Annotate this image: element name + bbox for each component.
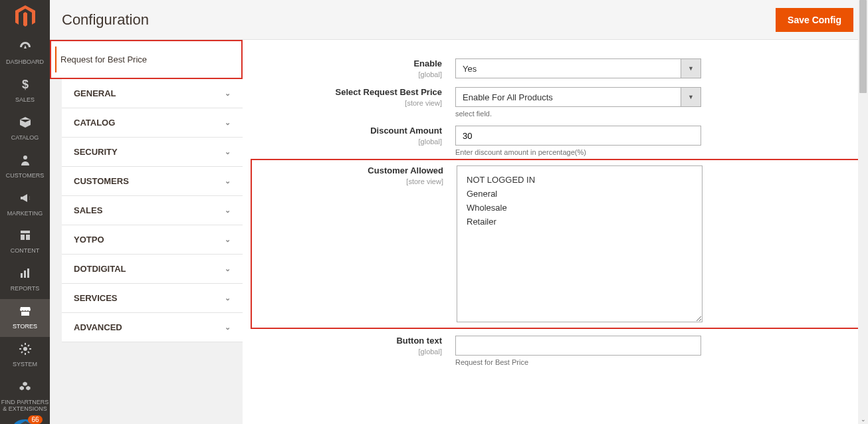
button-text-input[interactable]: [455, 336, 701, 356]
bars-icon: [19, 266, 32, 283]
chevron-down-icon: ⌄: [225, 177, 231, 185]
person-icon: [19, 154, 32, 170]
dashboard-icon: [19, 40, 32, 56]
nav-sales[interactable]: $ SALES: [0, 72, 50, 110]
help-text: Enter discount amount in percentage(%): [455, 148, 701, 156]
svg-rect-6: [24, 270, 26, 278]
nav-label: DASHBOARD: [6, 59, 44, 66]
nav-content[interactable]: CONTENT: [0, 223, 50, 261]
nav-label: CUSTOMERS: [6, 173, 44, 179]
multiselect-option[interactable]: NOT LOGGED IN: [467, 173, 693, 187]
scope-label: [global]: [256, 347, 442, 356]
config-tab-general[interactable]: GENERAL⌄: [62, 79, 243, 108]
scope-label: [store view]: [256, 98, 442, 108]
nav-label: SALES: [15, 97, 35, 104]
config-tab-label: CATALOG: [74, 118, 115, 128]
config-tab-label: YOTPO: [74, 235, 104, 245]
chevron-down-icon: ⌄: [225, 235, 231, 244]
chevron-down-icon: ⌄: [225, 118, 231, 127]
chevron-down-icon: ⌄: [225, 89, 231, 98]
config-tab-customers[interactable]: CUSTOMERS⌄: [62, 167, 243, 196]
svg-point-8: [23, 347, 27, 351]
boxes-icon: [19, 380, 32, 397]
help-text: select field.: [455, 110, 701, 118]
config-tab-request-best-price[interactable]: Request for Best Price: [50, 40, 243, 79]
nav-stores[interactable]: STORES: [0, 299, 50, 337]
dropdown-arrow-icon[interactable]: ▼: [681, 58, 701, 78]
config-tab-label: ADVANCED: [74, 322, 122, 332]
multiselect-option[interactable]: Wholesale: [467, 201, 693, 215]
select-value: Yes: [455, 58, 681, 78]
svg-rect-7: [27, 268, 29, 278]
select-request-select[interactable]: Enable For All Products ▼: [455, 87, 701, 107]
chevron-down-icon: ⌄: [225, 323, 231, 332]
svg-text:$: $: [21, 78, 28, 91]
nav-reports[interactable]: REPORTS: [0, 261, 50, 299]
nav-catalog[interactable]: CATALOG: [0, 110, 50, 148]
button-text-label: Button text [global]: [256, 336, 455, 366]
nav-customers[interactable]: CUSTOMERS: [0, 148, 50, 186]
help-badge: 66: [28, 415, 42, 424]
config-tab-security[interactable]: SECURITY⌄: [62, 138, 243, 167]
scrollbar-track[interactable]: ⌄: [858, 0, 868, 424]
dollar-icon: $: [19, 78, 32, 94]
chevron-down-icon: ⌄: [225, 148, 231, 156]
nav-label: SYSTEM: [13, 362, 37, 368]
page-header: Configuration Save Config: [50, 0, 868, 40]
config-tab-advanced[interactable]: ADVANCED⌄: [62, 313, 243, 342]
scope-label: [global]: [256, 70, 442, 79]
svg-rect-3: [21, 235, 25, 240]
config-tab-services[interactable]: SERVICES⌄: [62, 284, 243, 313]
page-title: Configuration: [62, 11, 149, 29]
config-tab-label: DOTDIGITAL: [74, 264, 126, 274]
config-tab-label: SERVICES: [74, 293, 118, 303]
multiselect-option[interactable]: General: [467, 187, 693, 201]
admin-nav-sidebar: DASHBOARD $ SALES CATALOG CUSTOMERS MARK…: [0, 0, 50, 424]
chevron-down-icon: ⌄: [225, 206, 231, 215]
form-area: Enable [global] Yes ▼ Select Request Bes…: [243, 40, 868, 424]
multiselect-option[interactable]: Retailer: [467, 215, 693, 229]
nav-label: CONTENT: [11, 248, 40, 255]
megaphone-icon: [19, 191, 32, 208]
select-value: Enable For All Products: [455, 87, 681, 107]
config-tab-label: CUSTOMERS: [74, 176, 129, 186]
dropdown-arrow-icon[interactable]: ▼: [681, 87, 701, 107]
enable-label: Enable [global]: [256, 58, 455, 79]
config-tab-label: SECURITY: [74, 147, 118, 157]
box-icon: [19, 116, 32, 132]
scrollbar-thumb[interactable]: [859, 0, 867, 93]
svg-rect-2: [21, 231, 30, 233]
config-tab-catalog[interactable]: CATALOG⌄: [62, 108, 243, 138]
nav-dashboard[interactable]: DASHBOARD: [0, 35, 50, 72]
scope-label: [store view]: [257, 177, 443, 186]
nav-label: CATALOG: [11, 135, 39, 142]
scroll-down-icon[interactable]: ⌄: [858, 414, 868, 424]
config-tab-label: SALES: [74, 205, 102, 215]
config-tab-sales[interactable]: SALES⌄: [62, 196, 243, 225]
discount-input[interactable]: [455, 126, 701, 146]
nav-partners[interactable]: FIND PARTNERS & EXTENSIONS: [0, 375, 50, 419]
enable-select[interactable]: Yes ▼: [455, 58, 701, 78]
scope-label: [global]: [256, 137, 442, 146]
nav-system[interactable]: SYSTEM: [0, 337, 50, 375]
storefront-icon: [19, 304, 32, 321]
select-request-label: Select Request Best Price [store view]: [256, 87, 455, 118]
config-tab-yotpo[interactable]: YOTPO⌄: [62, 225, 243, 255]
config-tab-dotdigital[interactable]: DOTDIGITAL⌄: [62, 255, 243, 284]
help-text: Request for Best Price: [455, 358, 701, 366]
nav-label: MARKETING: [7, 211, 43, 217]
config-sidebar: Request for Best Price GENERAL⌄ CATALOG⌄…: [50, 40, 243, 424]
customer-allowed-multiselect[interactable]: NOT LOGGED IN General Wholesale Retailer: [457, 165, 703, 322]
nav-label: FIND PARTNERS & EXTENSIONS: [0, 399, 50, 413]
main-area: Configuration Save Config Request for Be…: [50, 0, 868, 424]
help-button[interactable]: 🎓 66: [13, 419, 37, 424]
save-config-button[interactable]: Save Config: [776, 8, 853, 32]
magento-logo[interactable]: [12, 5, 39, 28]
svg-rect-4: [26, 235, 30, 240]
nav-marketing[interactable]: MARKETING: [0, 186, 50, 224]
layout-icon: [19, 229, 32, 245]
gear-icon: [19, 342, 32, 359]
customer-allowed-highlight: Customer Allowed [store view] NOT LOGGED…: [251, 159, 860, 329]
discount-label: Discount Amount [global]: [256, 126, 455, 156]
svg-rect-5: [21, 273, 23, 278]
